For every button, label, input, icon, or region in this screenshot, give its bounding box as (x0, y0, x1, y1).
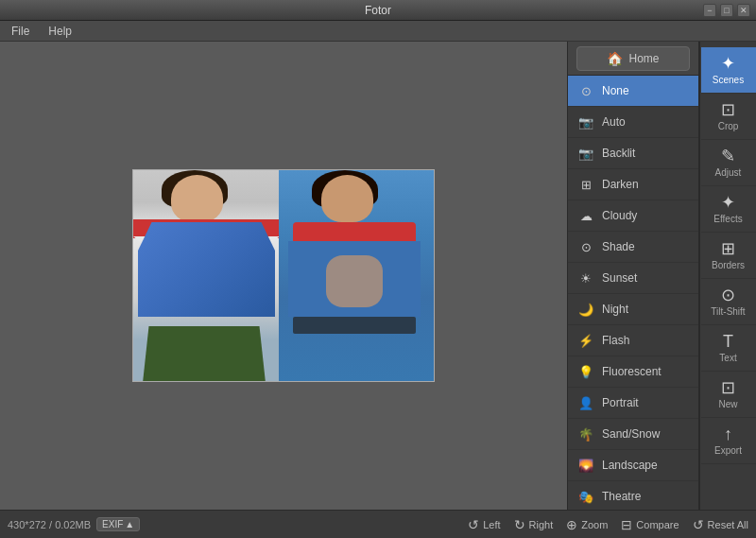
skirt-left (143, 326, 266, 382)
scene-label-sandsnow: Sand/Snow (602, 427, 660, 441)
scene-icon-night: 🌙 (577, 301, 594, 318)
scene-icon-shade: ⊙ (577, 238, 594, 255)
action-label-compare: Compare (636, 519, 679, 530)
scene-item-cloudy[interactable]: ☁ Cloudy (568, 200, 698, 232)
tool-item-text[interactable]: T Text (701, 325, 756, 372)
head-left (171, 175, 223, 222)
tool-label-adjust: Adjust (715, 167, 742, 178)
tool-label-text: Text (719, 353, 736, 363)
scene-label-auto: Auto (602, 115, 626, 129)
scene-item-none[interactable]: ⊙ None (568, 76, 698, 107)
tool-icon-text: T (723, 333, 733, 350)
action-icon-compare: ⊟ (621, 517, 632, 532)
jacket-blue (138, 222, 275, 317)
status-action-left[interactable]: ↺ Left (468, 517, 500, 532)
scene-label-landscape: Landscape (602, 459, 658, 472)
tool-item-scenes[interactable]: ✦ Scenes (701, 47, 756, 94)
scene-item-portrait[interactable]: 👤 Portrait (568, 388, 698, 419)
status-action-compare[interactable]: ⊟ Compare (621, 517, 679, 532)
action-label-right: Right (529, 519, 554, 530)
scene-label-backlit: Backlit (602, 147, 635, 160)
tool-icon-borders: ⊞ (721, 240, 735, 257)
tool-icon-adjust: ✎ (721, 148, 735, 165)
menu-file[interactable]: File (8, 23, 33, 40)
status-dimensions: 430*272 / 0.02MB (8, 519, 91, 530)
scene-label-portrait: Portrait (602, 396, 639, 409)
scene-icon-portrait: 👤 (577, 394, 594, 411)
action-label-reset: Reset All (708, 519, 748, 530)
tool-label-borders: Borders (712, 260, 745, 270)
scene-label-night: Night (602, 303, 628, 316)
photo-right (279, 170, 434, 382)
scene-icon-sunset: ☀ (577, 269, 594, 286)
scene-item-shade[interactable]: ⊙ Shade (568, 232, 698, 263)
scene-icon-backlit: 📷 (577, 145, 594, 162)
tool-label-effects: Effects (713, 214, 742, 224)
close-button[interactable]: ✕ (737, 4, 750, 17)
scene-item-fluorescent[interactable]: 💡 Fluorescent (568, 356, 698, 388)
photo-collage (132, 169, 435, 382)
home-button-inner[interactable]: 🏠 Home (576, 46, 690, 71)
canvas-area (0, 42, 567, 510)
menu-bar: File Help (0, 21, 756, 42)
minimize-button[interactable]: − (703, 4, 716, 17)
scene-label-none: None (602, 84, 629, 97)
photo-left (133, 170, 279, 382)
exif-button[interactable]: EXIF ▲ (96, 517, 140, 531)
scene-label-sunset: Sunset (602, 271, 637, 285)
action-icon-reset: ↺ (693, 517, 704, 532)
tool-label-scenes: Scenes (713, 75, 744, 85)
scene-item-night[interactable]: 🌙 Night (568, 294, 698, 325)
tool-item-adjust[interactable]: ✎ Adjust (701, 140, 756, 186)
scene-icon-theatre: 🎭 (577, 488, 594, 505)
tool-icon-tilt-shift: ⊙ (721, 286, 735, 304)
scene-label-flash: Flash (602, 334, 629, 347)
scene-item-theatre[interactable]: 🎭 Theatre (568, 481, 698, 510)
scene-label-shade: Shade (602, 240, 635, 253)
scene-item-sandsnow[interactable]: 🌴 Sand/Snow (568, 419, 698, 450)
tool-item-effects[interactable]: ✦ Effects (701, 186, 756, 233)
right-panel: 🏠 Home ⊙ None 📷 Auto 📷 Backlit ⊞ Darken … (567, 42, 756, 510)
scene-item-flash[interactable]: ⚡ Flash (568, 325, 698, 356)
tool-item-crop[interactable]: ⊡ Crop (701, 94, 756, 140)
scene-icon-none: ⊙ (577, 82, 594, 99)
tool-label-crop: Crop (718, 121, 739, 131)
scene-item-darken[interactable]: ⊞ Darken (568, 169, 698, 200)
status-action-zoom[interactable]: ⊕ Zoom (566, 517, 608, 532)
scene-label-fluorescent: Fluorescent (602, 365, 662, 378)
tool-item-export[interactable]: ↑ Export (701, 418, 756, 464)
action-label-left: Left (483, 519, 500, 530)
status-action-right[interactable]: ↻ Right (514, 517, 554, 532)
scenes-home-bar: 🏠 Home (568, 42, 698, 76)
tool-icon-crop: ⊡ (721, 101, 735, 118)
belt-right (293, 317, 416, 334)
maximize-button[interactable]: □ (720, 4, 733, 17)
scene-icon-flash: ⚡ (577, 332, 594, 349)
tool-icon-new: ⊡ (721, 379, 735, 396)
action-label-zoom: Zoom (581, 519, 608, 530)
scene-label-darken: Darken (602, 178, 639, 191)
action-icon-left: ↺ (468, 517, 479, 532)
home-icon: 🏠 (607, 51, 623, 66)
scene-item-backlit[interactable]: 📷 Backlit (568, 138, 698, 169)
menu-help[interactable]: Help (44, 23, 76, 40)
tool-label-export: Export (714, 445, 742, 456)
app-title: Fotor (365, 4, 391, 17)
scene-item-sunset[interactable]: ☀ Sunset (568, 263, 698, 294)
scene-icon-landscape: 🌄 (577, 457, 594, 474)
exif-arrow: ▲ (125, 519, 134, 529)
scene-icon-darken: ⊞ (577, 176, 594, 193)
tool-item-tilt-shift[interactable]: ⊙ Tilt-Shift (701, 279, 756, 325)
status-action-reset[interactable]: ↺ Reset All (693, 517, 748, 532)
tool-icon-effects: ✦ (721, 194, 735, 211)
tool-icon-scenes: ✦ (721, 55, 735, 72)
scene-label-cloudy: Cloudy (602, 209, 637, 222)
tool-item-new[interactable]: ⊡ New (701, 372, 756, 418)
status-actions: ↺ Left ↻ Right ⊕ Zoom ⊟ Compare ↺ Reset … (468, 517, 748, 532)
scene-item-landscape[interactable]: 🌄 Landscape (568, 450, 698, 481)
scene-icon-sandsnow: 🌴 (577, 425, 594, 443)
tool-icon-export: ↑ (724, 425, 732, 443)
scene-item-auto[interactable]: 📷 Auto (568, 107, 698, 138)
tool-item-borders[interactable]: ⊞ Borders (701, 233, 756, 279)
tool-label-new: New (718, 399, 737, 409)
